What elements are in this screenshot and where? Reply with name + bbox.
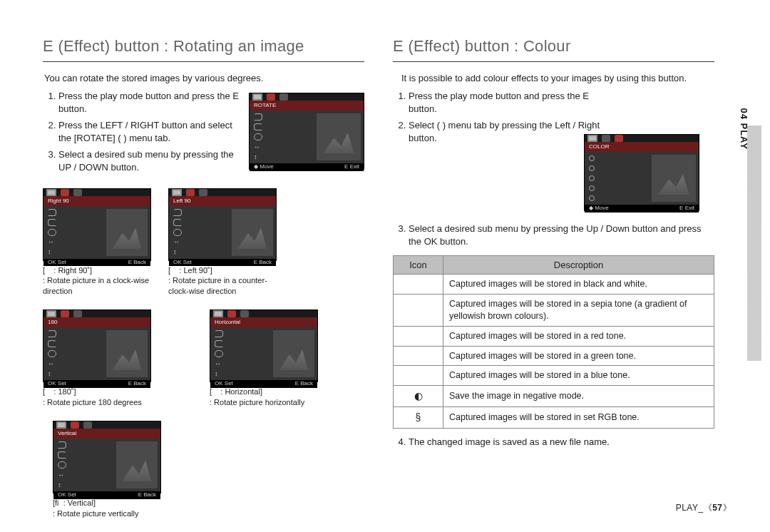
flip-h-icon: ↔: [254, 143, 260, 151]
caption: [ : Right 90˚] : Rotate picture in a clo…: [43, 265, 155, 297]
icon-red: [394, 326, 443, 346]
table-row: ◐Save the image in negative mode.: [394, 386, 714, 407]
intro-colour: It is possible to add colour effects to …: [401, 72, 714, 85]
lcd-exit-key: E: [344, 163, 348, 170]
step-colour-3: Select a desired sub menu by pressing th…: [409, 222, 714, 247]
lcd-title: 180: [43, 317, 150, 327]
lcd-exit-label: Exit: [350, 163, 359, 170]
step: Select a desired sub menu by pressing th…: [58, 148, 239, 173]
lcd-title: Right 90: [43, 196, 150, 206]
lcd-move-label: Move: [260, 163, 274, 170]
desc: Captured images will be stored in set RG…: [443, 407, 714, 429]
desc: Captured images will be stored in a red …: [443, 326, 714, 346]
steps-rotating: Press the play mode button and press the…: [58, 90, 239, 173]
steps-colour-12: Press the play mode button and press the…: [409, 90, 602, 144]
lcd-preview: [652, 155, 696, 202]
dot-icon: [589, 155, 595, 161]
table-row: Captured images will be stored in a red …: [394, 326, 714, 346]
tab-palette-icon: [279, 93, 288, 101]
rotate-left-icon: [254, 123, 262, 131]
rotate-right-icon: [254, 113, 262, 121]
desc: Captured images will be stored in a sepi…: [443, 294, 714, 326]
dot-icon: [589, 185, 595, 191]
lcd-move-key: ◆: [589, 205, 593, 211]
step-colour-4: The changed image is saved as a new file…: [409, 436, 714, 449]
lcd-180: 180 ↔↕ OK SetE Back: [43, 310, 151, 382]
lcd-move-label: Move: [595, 205, 609, 211]
step: Press the play mode button and press the…: [409, 90, 602, 115]
lcd-exit-key: E: [679, 205, 683, 211]
caption: [ : Horizontal] : Rotate picture horizon…: [210, 387, 322, 408]
lcd-menu: [585, 152, 652, 205]
lcd-move-key: ◆: [254, 163, 258, 170]
lcd-title: Horizontal: [210, 317, 317, 327]
icon-sepia: [394, 294, 443, 326]
dot-icon: [589, 195, 595, 201]
step: Press the LEFT / RIGHT button and select…: [58, 119, 239, 144]
th-desc: Descroption: [443, 255, 714, 275]
tab-play-icon: [252, 93, 262, 101]
lcd-horizontal: Horizontal ↔↕ OK SetE Back: [210, 310, 318, 382]
step: Press the play mode button and press the…: [58, 90, 239, 115]
lcd-tabs: [250, 93, 364, 101]
lcd-title: ROTATE: [250, 101, 364, 111]
dot-icon: [589, 165, 595, 171]
flip-v-icon: ↕: [254, 153, 257, 161]
tab-play-icon: [587, 135, 597, 142]
table-row: Captured images will be stored in a blue…: [394, 366, 714, 386]
tab-palette-icon: [615, 135, 623, 142]
lcd-left90: Left 90 ↔↕ OK SetE Back: [168, 188, 277, 261]
desc: Captured images will be stored in a gree…: [443, 346, 714, 366]
caption: [ : 180˚] : Rotate picture 180 degrees: [43, 387, 155, 408]
lcd-title: Left 90: [169, 196, 276, 206]
tab-rotate-icon: [267, 93, 275, 101]
page-footer: PLAY_《57》: [676, 502, 732, 513]
icon-green: [394, 346, 443, 366]
heading-rotating: E (Effect) button : Rotating an image: [43, 36, 364, 62]
caption: [ : Left 90˚] : Rotate picture in a coun…: [168, 265, 281, 297]
lcd-exit-label: Exit: [685, 205, 694, 211]
lcd-menu: ↔ ↕: [250, 111, 317, 163]
icon-bw: [394, 275, 443, 295]
lcd-color-main: COLOR ◆ Move E Exit: [584, 134, 699, 211]
lcd-title: Vertical: [53, 429, 160, 439]
side-tab-label: 04 PLAY: [737, 108, 750, 150]
desc: Captured images will be stored in a blue…: [443, 366, 714, 386]
tab-rotate-icon: [602, 135, 610, 142]
intro-rotating: You can rotate the stored images by vari…: [44, 72, 364, 85]
lcd-tabs: [585, 135, 699, 142]
rotate-180-icon: [254, 133, 262, 140]
icon-negative: ◐: [394, 386, 443, 407]
icon-blue: [394, 366, 443, 386]
desc: Save the image in negative mode.: [443, 386, 714, 407]
lcd-title: COLOR: [585, 142, 699, 152]
table-row: §Captured images will be stored in set R…: [394, 407, 714, 429]
lcd-right90: Right 90 ↔↕ OK SetE Back: [43, 188, 151, 261]
lcd-rotate-main: ROTATE ↔ ↕ ◆ Move E Exit: [249, 93, 364, 170]
table-row: Captured images will be stored in black …: [394, 275, 714, 295]
table-row: Captured images will be stored in a sepi…: [394, 294, 714, 326]
side-tab: [747, 126, 761, 361]
table-row: Captured images will be stored in a gree…: [394, 346, 714, 366]
desc: Captured images will be stored in black …: [443, 275, 714, 295]
step: Select ( ) menu tab by pressing the Left…: [409, 119, 602, 144]
colour-table: Icon Descroption Captured images will be…: [393, 255, 714, 429]
heading-colour: E (Effect) button : Colour: [393, 36, 714, 62]
icon-rgb: §: [394, 407, 443, 429]
lcd-vertical: Vertical ↔↕ OK SetE Back: [53, 421, 161, 493]
th-icon: Icon: [394, 255, 443, 275]
dot-icon: [589, 175, 595, 181]
lcd-preview: [317, 113, 361, 160]
caption: [fi : Vertical] : Rotate picture vertica…: [53, 498, 165, 519]
